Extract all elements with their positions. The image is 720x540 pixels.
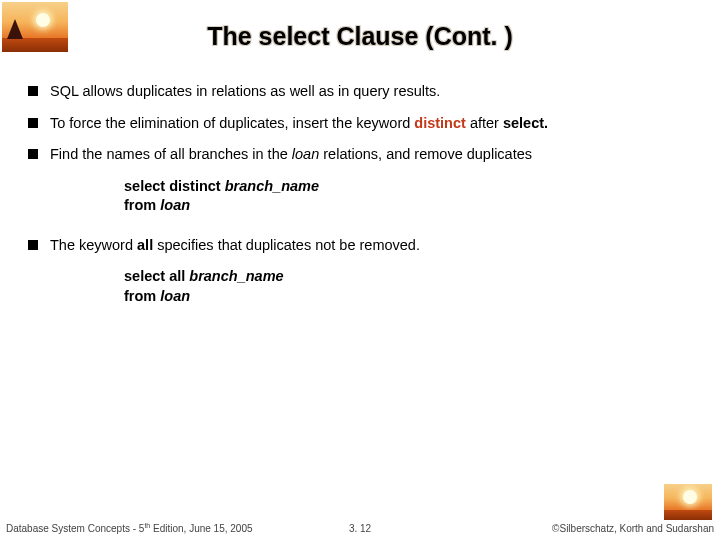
code-ident: loan xyxy=(160,197,190,213)
code-line: from loan xyxy=(124,287,692,307)
text-fragment: Find the names of all branches in the xyxy=(50,146,292,162)
bullet-square-icon xyxy=(28,240,38,250)
slide: The select Clause (Cont. ) SQL allows du… xyxy=(0,0,720,540)
slide-content: SQL allows duplicates in relations as we… xyxy=(28,82,692,327)
bullet-text: SQL allows duplicates in relations as we… xyxy=(50,82,692,102)
code-ident: branch_name xyxy=(225,178,319,194)
code-block: select all branch_name from loan xyxy=(124,267,692,306)
slide-title: The select Clause (Cont. ) xyxy=(0,22,720,51)
footer-copyright: ©Silberschatz, Korth and Sudarshan xyxy=(552,523,714,534)
bullet-text: To force the elimination of duplicates, … xyxy=(50,114,692,134)
code-block: select distinct branch_name from loan xyxy=(124,177,692,216)
bullet-item: The keyword all specifies that duplicate… xyxy=(28,236,692,256)
code-ident: loan xyxy=(160,288,190,304)
bullet-item: Find the names of all branches in the lo… xyxy=(28,145,692,165)
text-fragment: The keyword xyxy=(50,237,137,253)
code-keyword: select distinct xyxy=(124,178,225,194)
bullet-square-icon xyxy=(28,149,38,159)
text-fragment: specifies that duplicates not be removed… xyxy=(153,237,420,253)
keyword-distinct: distinct xyxy=(414,115,466,131)
decorative-image-bottom-right xyxy=(664,484,712,520)
text-fragment: To force the elimination of duplicates, … xyxy=(50,115,414,131)
text-italic: loan xyxy=(292,146,319,162)
text-fragment: after xyxy=(466,115,503,131)
bullet-item: To force the elimination of duplicates, … xyxy=(28,114,692,134)
bullet-square-icon xyxy=(28,86,38,96)
bullet-text: The keyword all specifies that duplicate… xyxy=(50,236,692,256)
code-line: from loan xyxy=(124,196,692,216)
bullet-square-icon xyxy=(28,118,38,128)
text-bold: select. xyxy=(503,115,548,131)
code-keyword: select all xyxy=(124,268,189,284)
code-line: select distinct branch_name xyxy=(124,177,692,197)
text-bold: all xyxy=(137,237,153,253)
code-ident: branch_name xyxy=(189,268,283,284)
code-keyword: from xyxy=(124,288,160,304)
bullet-item: SQL allows duplicates in relations as we… xyxy=(28,82,692,102)
footer: Database System Concepts - 5th Edition, … xyxy=(0,518,720,534)
bullet-text: Find the names of all branches in the lo… xyxy=(50,145,692,165)
code-line: select all branch_name xyxy=(124,267,692,287)
code-keyword: from xyxy=(124,197,160,213)
text-fragment: relations, and remove duplicates xyxy=(319,146,532,162)
